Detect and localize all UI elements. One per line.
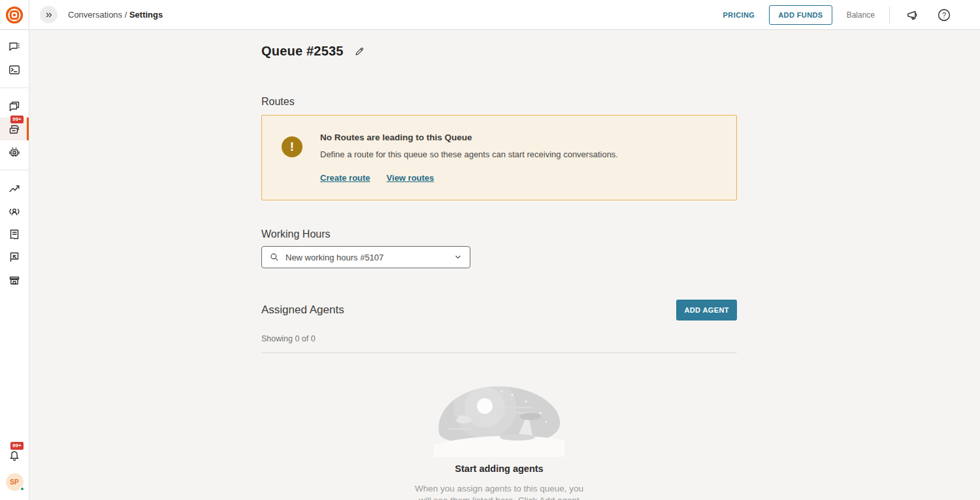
edit-title-button[interactable]	[353, 44, 367, 58]
sidebar-divider	[0, 87, 29, 88]
online-status-dot	[20, 486, 25, 492]
sidebar-item-chatbots[interactable]	[0, 140, 29, 163]
megaphone-icon	[906, 8, 920, 22]
sidebar-divider	[0, 170, 29, 170]
working-hours-value: New working hours #5107	[286, 253, 448, 262]
infobip-logo-icon	[5, 6, 24, 24]
topbar-divider	[889, 7, 890, 23]
sidebar-item-analytics[interactable]	[0, 177, 29, 200]
alert-text: Define a route for this queue so these a…	[320, 149, 618, 159]
agents-empty-state: Start adding agents When you assign agen…	[261, 383, 737, 500]
assigned-agents-heading: Assigned Agents	[261, 304, 344, 317]
sidebar-item-queues[interactable]: 99+	[0, 117, 29, 140]
add-agent-button[interactable]: ADD AGENT	[676, 300, 737, 320]
no-routes-alert: ! No Routes are leading to this Queue De…	[261, 115, 737, 200]
flag-cursor-icon	[8, 251, 21, 264]
breadcrumb-current: Settings	[129, 10, 163, 20]
sidebar-item-contacts[interactable]	[0, 223, 29, 245]
notifications-badge: 99+	[10, 442, 24, 450]
breadcrumb-section[interactable]: Conversations	[68, 10, 122, 20]
sidebar-expand-button[interactable]	[40, 6, 57, 23]
terminal-icon	[8, 63, 21, 76]
help-button[interactable]: ?	[936, 7, 953, 23]
breadcrumb[interactable]: Conversations / Settings	[68, 10, 163, 20]
svg-text:?: ?	[942, 10, 946, 18]
pencil-icon	[354, 46, 365, 57]
user-avatar[interactable]: SP	[6, 473, 24, 491]
breadcrumb-separator: /	[122, 10, 129, 20]
balance-label: Balance	[847, 10, 875, 20]
sidebar-item-conversations[interactable]	[0, 95, 29, 117]
empty-state-illustration	[434, 383, 564, 457]
queues-badge: 99+	[10, 116, 24, 123]
working-hours-heading: Working Hours	[261, 228, 737, 240]
chat-dots-icon	[8, 40, 21, 54]
routes-heading: Routes	[261, 96, 737, 108]
create-route-link[interactable]: Create route	[320, 173, 370, 183]
empty-state-description: When you assign agents to this queue, yo…	[414, 483, 584, 500]
page-title: Queue #2535	[261, 44, 344, 59]
working-hours-select[interactable]: New working hours #5107	[261, 246, 470, 268]
sidebar-item-agents[interactable]	[0, 200, 29, 223]
sidebar-item-flows[interactable]	[0, 245, 29, 268]
warning-icon: !	[282, 136, 302, 157]
chevrons-right-icon	[44, 10, 54, 20]
sidebar-item-terminal[interactable]	[0, 58, 29, 81]
chat-copy-icon	[8, 100, 21, 113]
empty-state-title: Start adding agents	[455, 463, 543, 474]
showing-count: Showing 0 of 0	[261, 334, 737, 343]
add-funds-button[interactable]: ADD FUNDS	[769, 5, 832, 25]
chevron-down-icon	[453, 253, 463, 262]
line-chart-icon	[8, 182, 21, 195]
app-logo[interactable]	[0, 0, 29, 30]
main-content: Queue #2535 Routes ! No Routes are leadi…	[29, 30, 980, 500]
search-icon	[269, 252, 280, 262]
view-routes-link[interactable]: View routes	[387, 173, 434, 183]
people-group-icon	[8, 205, 21, 218]
sidebar-item-chats[interactable]	[0, 35, 29, 58]
bot-icon	[8, 146, 21, 159]
sidebar-item-marketplace[interactable]	[0, 268, 29, 291]
sidebar-item-notifications[interactable]: 99+	[0, 444, 29, 467]
alert-title: No Routes are leading to this Queue	[320, 133, 618, 142]
book-icon	[8, 228, 21, 241]
queue-tray-icon	[8, 123, 21, 136]
topbar: Conversations / Settings PRICING ADD FUN…	[0, 0, 980, 30]
bell-icon	[8, 449, 21, 462]
question-circle-icon: ?	[937, 8, 951, 22]
pricing-link[interactable]: PRICING	[723, 11, 755, 19]
storefront-icon	[8, 273, 21, 287]
announcements-button[interactable]	[904, 7, 921, 23]
sidebar: 99+	[0, 30, 29, 500]
list-divider	[261, 352, 737, 353]
